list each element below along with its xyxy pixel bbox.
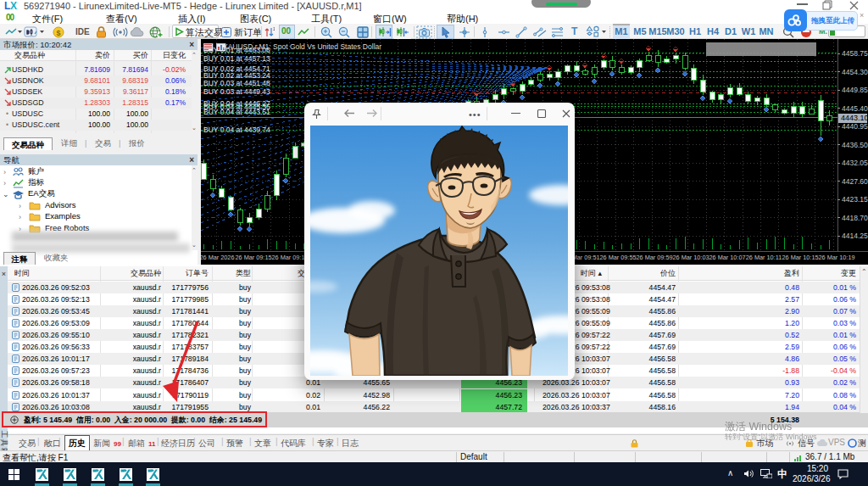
- svg-text:4445.40: 4445.40: [842, 104, 868, 113]
- svg-text:BUY 0.03 at 4451.48: BUY 0.03 at 4451.48: [203, 79, 270, 87]
- svg-text:4423.15: 4423.15: [842, 195, 868, 204]
- svg-text:XAUUSD.r,M1: Spot Gold Vs Unit: XAUUSD.r,M1: Spot Gold Vs United States …: [223, 42, 381, 51]
- svg-text:26 Mar 10:11: 26 Mar 10:11: [746, 254, 782, 261]
- svg-text:26 Mar 10:03: 26 Mar 10:03: [673, 254, 709, 261]
- svg-text:BUY 0.01 at 4457.13: BUY 0.01 at 4457.13: [203, 54, 270, 63]
- svg-text:4432.05: 4432.05: [842, 159, 868, 167]
- svg-text:26 Mar 10:19: 26 Mar 10:19: [819, 254, 855, 261]
- svg-text:4418.70: 4418.70: [842, 214, 868, 222]
- svg-text:BUY 0.04 at 4439.74: BUY 0.04 at 4439.74: [203, 126, 270, 134]
- svg-text:4458.75: 4458.75: [842, 49, 868, 58]
- svg-text:4436.50: 4436.50: [842, 141, 868, 149]
- svg-text:$: $: [56, 29, 60, 37]
- svg-text:26 Mar 09:59: 26 Mar 09:59: [637, 254, 673, 261]
- svg-text:1: 1: [273, 26, 275, 31]
- svg-text:26 Mar 09:19: 26 Mar 09:19: [272, 254, 309, 261]
- svg-text:4449.85: 4449.85: [842, 86, 868, 94]
- svg-text:26 Mar 09:55: 26 Mar 09:55: [600, 254, 637, 261]
- svg-text:4454.30: 4454.30: [842, 68, 868, 76]
- svg-text:4427.60: 4427.60: [842, 177, 868, 186]
- svg-text:26 Mar 10:07: 26 Mar 10:07: [709, 254, 746, 261]
- svg-text:26 Mar 2026: 26 Mar 2026: [201, 254, 234, 261]
- svg-text:BUY 0.04 at 4443.51: BUY 0.04 at 4443.51: [203, 108, 270, 116]
- svg-text:BUY 0.03 at 4449.43: BUY 0.03 at 4449.43: [203, 87, 270, 96]
- svg-text:26 Mar 10:15: 26 Mar 10:15: [782, 254, 819, 261]
- svg-text:4414.25: 4414.25: [842, 232, 868, 240]
- svg-text:4440.95: 4440.95: [842, 122, 868, 131]
- svg-text:26 Mar 09:15: 26 Mar 09:15: [236, 254, 272, 261]
- svg-text:4443.10: 4443.10: [841, 114, 868, 122]
